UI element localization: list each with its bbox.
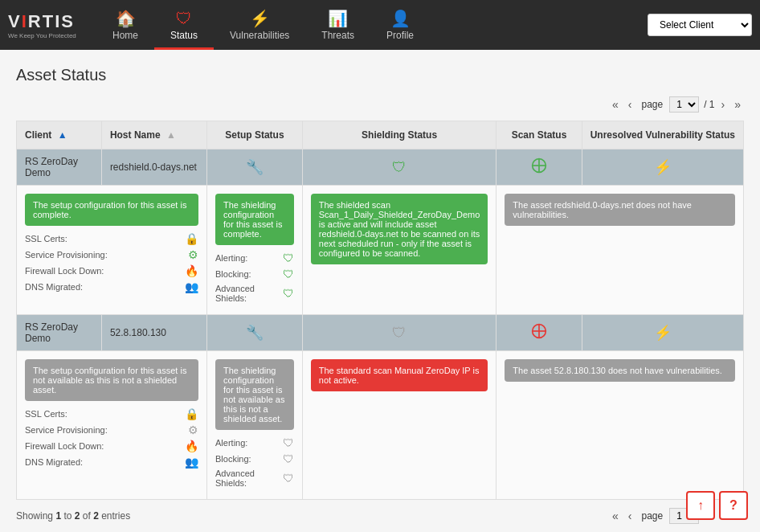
detail-setup-cell-0: The setup configuration for this asset i… — [17, 186, 207, 315]
shield-item: Alerting: 🛡 — [215, 436, 294, 449]
sort-arrow-client[interactable]: ▲ — [58, 129, 67, 141]
setup-item-icon: 🔒 — [185, 407, 198, 420]
shield-item: Blocking: 🛡 — [215, 268, 294, 280]
main-content: Asset Status « ‹ page 1 / 1 › » Client ▲… — [0, 50, 760, 532]
setup-item: Firewall Lock Down: 🔥 — [25, 264, 198, 277]
asset-table: Client ▲ Host Name ▲ Setup Status Shield… — [16, 121, 744, 500]
setup-item: DNS Migrated: 👥 — [25, 456, 198, 469]
header-vuln: Unresolved Vulnerability Status — [582, 121, 743, 149]
header-host: Host Name ▲ — [101, 121, 206, 149]
chart-icon: 📊 — [328, 9, 348, 28]
next-page-button[interactable]: › — [718, 96, 729, 113]
row-vuln-icon-1: ⚡ — [582, 315, 743, 351]
shield-item: Blocking: 🛡 — [215, 452, 294, 465]
last-page-button[interactable]: » — [731, 96, 744, 113]
header-client: Client ▲ — [17, 121, 102, 149]
shield-item-icon: 🛡 — [283, 287, 294, 300]
help-button[interactable]: ? — [719, 491, 748, 520]
setup-item-label: SSL Certs: — [25, 409, 178, 419]
nav-label-threats: Threats — [321, 30, 354, 41]
showing-text: Showing 1 to 2 of 2 entries — [16, 510, 130, 522]
bottom-prev-page-button[interactable]: ‹ — [625, 508, 635, 524]
scroll-top-button[interactable]: ↑ — [686, 491, 715, 520]
page-label: page — [641, 99, 663, 110]
detail-row: The setup configuration for this asset i… — [17, 351, 744, 500]
nav-right: Select Client — [648, 14, 752, 36]
page-total: / 1 — [704, 99, 714, 110]
navbar: VIRTIS We Keep You Protected 🏠 Home 🛡 St… — [0, 0, 760, 50]
shield-item: Alerting: 🛡 — [215, 252, 294, 264]
setup-item-icon: 👥 — [185, 456, 198, 469]
scan-box-1: The standard scan Manual ZeroDay IP is n… — [311, 359, 488, 391]
sort-arrow-host[interactable]: ▲ — [166, 129, 176, 141]
setup-item: Firewall Lock Down: 🔥 — [25, 440, 198, 452]
setup-item: Service Provisioning: ⚙ — [25, 248, 198, 261]
vuln-box-0: The asset redshield.0-days.net does not … — [505, 194, 735, 226]
shield-item-icon: 🛡 — [283, 452, 294, 465]
setup-item-icon: 👥 — [185, 280, 198, 293]
bottom-page-label: page — [641, 510, 663, 522]
shield-item: Advanced Shields: 🛡 — [215, 284, 294, 303]
row-host-0: redshield.0-days.net — [101, 149, 206, 186]
shield-box-1: The shielding configuration for this ass… — [215, 359, 294, 430]
header-shielding: Shielding Status — [302, 121, 496, 149]
shield-item-label: Blocking: — [215, 454, 276, 464]
row-shield-icon-1: 🛡 — [302, 315, 496, 351]
lightning-icon: ⚡ — [250, 9, 270, 28]
vuln-box-1: The asset 52.8.180.130 does not have vul… — [505, 359, 735, 382]
detail-row: The setup configuration for this asset i… — [17, 186, 744, 315]
scan-box-0: The shielded scan Scan_1_Daily_Shielded_… — [311, 194, 488, 264]
shield-icon: 🛡 — [176, 10, 192, 28]
shield-item-label: Advanced Shields: — [215, 469, 276, 488]
setup-item-label: Firewall Lock Down: — [25, 266, 178, 276]
row-setup-icon-1: 🔧 — [207, 315, 303, 351]
shield-item-label: Advanced Shields: — [215, 284, 276, 303]
logo-text: VIRTIS — [8, 11, 75, 32]
setup-item: DNS Migrated: 👥 — [25, 280, 198, 293]
row-shield-icon-0: 🛡 — [302, 149, 496, 186]
row-client-1: RS ZeroDay Demo — [17, 315, 102, 351]
setup-box-1: The setup configuration for this asset i… — [25, 359, 198, 401]
first-page-button[interactable]: « — [609, 96, 622, 113]
shield-item-label: Alerting: — [215, 253, 276, 263]
shield-item-icon: 🛡 — [283, 472, 294, 485]
nav-item-profile[interactable]: 👤 Profile — [370, 0, 430, 50]
setup-item-label: DNS Migrated: — [25, 457, 178, 467]
bottom-bar: Showing 1 to 2 of 2 entries « ‹ page 1 /… — [16, 508, 744, 524]
select-client-dropdown[interactable]: Select Client — [648, 14, 752, 36]
home-icon: 🏠 — [116, 9, 136, 28]
setup-item-label: Service Provisioning: — [25, 425, 182, 435]
setup-item: SSL Certs: 🔒 — [25, 232, 198, 245]
setup-item-label: Firewall Lock Down: — [25, 441, 178, 451]
nav-item-status[interactable]: 🛡 Status — [154, 0, 214, 50]
page-title: Asset Status — [16, 66, 744, 84]
row-vuln-icon-0: ⚡ — [582, 149, 743, 186]
nav-label-profile: Profile — [386, 30, 414, 41]
user-icon: 👤 — [390, 9, 411, 28]
shield-item: Advanced Shields: 🛡 — [215, 469, 294, 488]
page-select[interactable]: 1 — [669, 96, 699, 113]
nav-item-home[interactable]: 🏠 Home — [96, 0, 154, 50]
shield-box-0: The shielding configuration for this ass… — [215, 194, 294, 245]
shield-item-label: Alerting: — [215, 438, 276, 448]
bottom-buttons: ↑ ? — [686, 491, 748, 520]
nav-item-vulnerabilities[interactable]: ⚡ Vulnerabilities — [214, 0, 305, 50]
detail-shield-cell-1: The shielding configuration for this ass… — [207, 351, 303, 500]
detail-setup-cell-1: The setup configuration for this asset i… — [17, 351, 207, 500]
bottom-first-page-button[interactable]: « — [609, 508, 622, 524]
row-host-1: 52.8.180.130 — [101, 315, 206, 351]
nav-item-threats[interactable]: 📊 Threats — [305, 0, 370, 50]
setup-item-icon: 🔒 — [185, 232, 198, 245]
row-scan-icon-1 — [496, 315, 582, 351]
setup-item: Service Provisioning: ⚙ — [25, 424, 198, 436]
table-row: RS ZeroDay Demo 52.8.180.130 🔧 🛡 ⚡ — [17, 315, 744, 351]
setup-item-icon: ⚙ — [188, 424, 198, 436]
setup-item-label: DNS Migrated: — [25, 282, 178, 292]
header-setup: Setup Status — [207, 121, 303, 149]
detail-scan-cell-1: The standard scan Manual ZeroDay IP is n… — [302, 351, 496, 500]
prev-page-button[interactable]: ‹ — [625, 96, 635, 113]
detail-vuln-cell-1: The asset 52.8.180.130 does not have vul… — [496, 351, 744, 500]
row-setup-icon-0: 🔧 — [207, 149, 303, 186]
nav-label-status: Status — [170, 30, 198, 41]
logo-sub: We Keep You Protected — [8, 32, 76, 39]
